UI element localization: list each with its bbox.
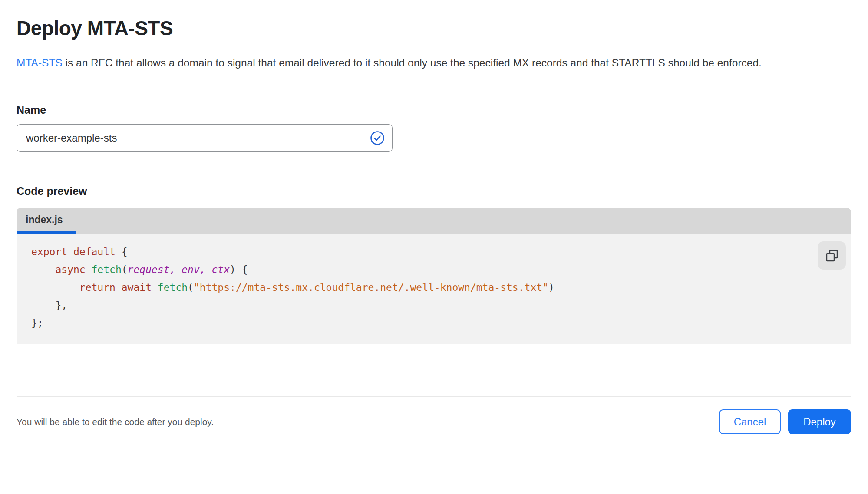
footer-buttons: Cancel Deploy bbox=[719, 409, 851, 434]
name-input[interactable] bbox=[17, 124, 393, 152]
tab-index-js[interactable]: index.js bbox=[17, 208, 76, 234]
copy-code-button[interactable] bbox=[818, 241, 846, 270]
code-block: export default { async fetch(request, en… bbox=[31, 243, 816, 332]
footer-divider bbox=[17, 396, 851, 397]
code-preview-heading: Code preview bbox=[17, 185, 851, 198]
footer-note: You will be able to edit the code after … bbox=[17, 417, 214, 427]
code-area: export default { async fetch(request, en… bbox=[17, 234, 851, 344]
deploy-button[interactable]: Deploy bbox=[788, 409, 851, 434]
name-input-wrap bbox=[17, 124, 393, 152]
copy-icon bbox=[825, 249, 839, 263]
code-preview-card: index.js export default { async fetch(re… bbox=[17, 208, 851, 344]
description: MTA-STS is an RFC that allows a domain t… bbox=[17, 53, 851, 72]
code-tab-bar: index.js bbox=[17, 208, 851, 234]
page-title: Deploy MTA-STS bbox=[17, 16, 851, 40]
footer: You will be able to edit the code after … bbox=[17, 409, 851, 434]
name-label: Name bbox=[17, 104, 851, 116]
cancel-button[interactable]: Cancel bbox=[719, 409, 781, 434]
tab-label: index.js bbox=[26, 214, 63, 226]
description-text: is an RFC that allows a domain to signal… bbox=[63, 57, 762, 69]
mta-sts-link[interactable]: MTA-STS bbox=[17, 57, 63, 69]
